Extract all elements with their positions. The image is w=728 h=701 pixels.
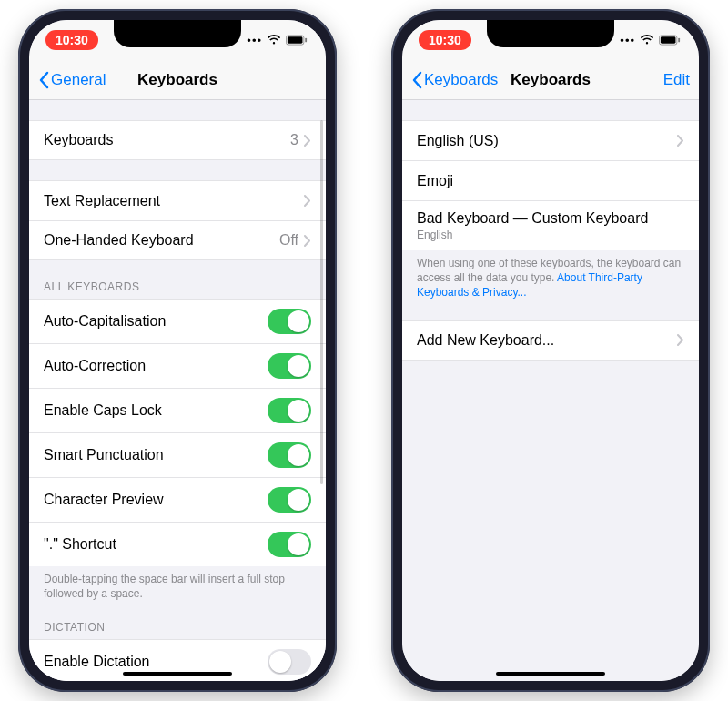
keyboards-row[interactable]: Keyboards 3 [29, 120, 326, 160]
keyboard-english-label: English (US) [417, 133, 677, 149]
one-handed-row[interactable]: One-Handed Keyboard Off [29, 220, 326, 260]
shortcut-label: "." Shortcut [44, 536, 268, 553]
settings-content[interactable]: Keyboards 3 Text Replacement One-Handed … [29, 100, 326, 681]
keyboard-custom-row[interactable]: Bad Keyboard — Custom Keyboard English [402, 200, 699, 250]
shortcut-footer: Double-tapping the space bar will insert… [29, 566, 326, 601]
shortcut-toggle[interactable] [268, 532, 311, 557]
auto-capitalisation-label: Auto-Capitalisation [44, 313, 268, 330]
edit-button[interactable]: Edit [608, 71, 690, 89]
cellular-icon: ••• [247, 34, 262, 47]
scrollbar[interactable] [320, 120, 323, 484]
wifi-icon [267, 35, 281, 46]
dictation-header: DICTATION [29, 621, 326, 639]
character-preview-label: Character Preview [44, 492, 268, 508]
keyboards-count: 3 [290, 132, 298, 148]
add-new-keyboard-row[interactable]: Add New Keyboard... [402, 320, 699, 361]
screen-right: 10:30 ••• Keyboards Keyboards Edit [402, 20, 699, 681]
text-replacement-row[interactable]: Text Replacement [29, 180, 326, 220]
auto-capitalisation-row: Auto-Capitalisation [29, 299, 326, 343]
recording-time-pill[interactable]: 10:30 [46, 30, 98, 50]
keyboard-custom-label: Bad Keyboard — Custom Keyboard [417, 210, 648, 227]
status-icons: ••• [620, 34, 681, 47]
text-replacement-label: Text Replacement [44, 193, 304, 209]
third-party-footer: When using one of these keyboards, the k… [402, 250, 699, 300]
phone-right: 10:30 ••• Keyboards Keyboards Edit [391, 9, 710, 692]
svg-rect-2 [305, 38, 307, 43]
chevron-right-icon [677, 334, 684, 346]
enable-dictation-toggle[interactable] [268, 649, 311, 675]
recording-time-pill[interactable]: 10:30 [419, 30, 471, 50]
keyboard-custom-sublabel: English [417, 229, 452, 241]
wifi-icon [640, 35, 654, 46]
svg-rect-5 [678, 38, 680, 43]
notch [487, 20, 614, 47]
auto-correction-row: Auto-Correction [29, 343, 326, 388]
svg-rect-4 [661, 36, 676, 43]
screen-left: 10:30 ••• General Keyboards [29, 20, 326, 681]
one-handed-label: One-Handed Keyboard [44, 232, 279, 249]
smart-punctuation-row: Smart Punctuation [29, 432, 326, 477]
shortcut-row: "." Shortcut [29, 522, 326, 566]
enable-dictation-label: Enable Dictation [44, 654, 268, 670]
home-indicator[interactable] [123, 672, 232, 676]
character-preview-row: Character Preview [29, 477, 326, 522]
notch [114, 20, 241, 47]
nav-bar: Keyboards Keyboards Edit [402, 60, 699, 100]
nav-bar: General Keyboards [29, 60, 326, 100]
back-button[interactable]: Keyboards [411, 71, 498, 89]
battery-icon [286, 35, 308, 46]
add-new-keyboard-label: Add New Keyboard... [417, 332, 677, 349]
phone-left: 10:30 ••• General Keyboards [18, 9, 337, 692]
keyboard-emoji-label: Emoji [417, 173, 684, 189]
svg-rect-1 [288, 36, 303, 43]
chevron-right-icon [304, 195, 311, 207]
keyboard-list-content[interactable]: English (US) Emoji Bad Keyboard — Custom… [402, 100, 699, 681]
nav-title: Keyboards [511, 71, 591, 89]
home-indicator[interactable] [496, 672, 605, 676]
auto-correction-label: Auto-Correction [44, 358, 268, 374]
back-label: General [51, 71, 106, 89]
chevron-right-icon [304, 235, 311, 247]
keyboards-label: Keyboards [44, 132, 290, 148]
battery-icon [659, 35, 681, 46]
auto-capitalisation-toggle[interactable] [268, 309, 311, 334]
nav-title: Keyboards [137, 71, 217, 89]
auto-correction-toggle[interactable] [268, 353, 311, 379]
caps-lock-row: Enable Caps Lock [29, 388, 326, 432]
one-handed-value: Off [279, 232, 298, 249]
smart-punctuation-label: Smart Punctuation [44, 447, 268, 463]
caps-lock-toggle[interactable] [268, 398, 311, 423]
character-preview-toggle[interactable] [268, 487, 311, 513]
chevron-right-icon [677, 135, 684, 147]
smart-punctuation-toggle[interactable] [268, 442, 311, 468]
chevron-left-icon [38, 71, 49, 89]
caps-lock-label: Enable Caps Lock [44, 402, 268, 419]
back-button[interactable]: General [38, 71, 120, 89]
back-label: Keyboards [424, 71, 498, 89]
keyboard-english-row[interactable]: English (US) [402, 120, 699, 160]
chevron-left-icon [411, 71, 422, 89]
cellular-icon: ••• [620, 34, 635, 47]
chevron-right-icon [304, 135, 311, 147]
all-keyboards-header: ALL KEYBOARDS [29, 280, 326, 299]
status-icons: ••• [247, 34, 308, 47]
keyboard-emoji-row[interactable]: Emoji [402, 160, 699, 200]
